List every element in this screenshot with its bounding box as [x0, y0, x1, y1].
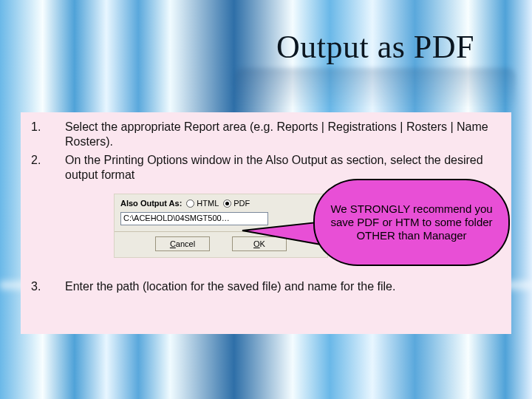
step-text: Enter the path (location for the saved f…	[65, 279, 501, 294]
title-shadow	[235, 68, 516, 109]
radio-icon	[223, 200, 231, 208]
callout-text: We STRONGLY recommend you save PDF or HT…	[328, 202, 495, 242]
list-item: 2. On the Printing Options window in the…	[31, 153, 501, 182]
step-text: On the Printing Options window in the Al…	[65, 153, 501, 182]
callout-bubble: We STRONGLY recommend you save PDF or HT…	[313, 179, 510, 266]
radio-icon	[186, 200, 194, 208]
step-text: Select the appropriate Report area (e.g.…	[65, 120, 501, 149]
step-number: 2.	[31, 153, 65, 182]
radio-label: PDF	[233, 199, 250, 208]
also-output-row: Also Output As: HTML PDF	[115, 194, 327, 211]
slide-title-wrap: Output as PDF	[235, 28, 516, 66]
page-title: Output as PDF	[235, 28, 516, 66]
step-number: 3.	[31, 279, 65, 294]
path-field[interactable]: C:\ACEHOLD\04SMGT500…	[120, 212, 268, 225]
also-output-label: Also Output As:	[120, 199, 182, 208]
radio-label: HTML	[197, 199, 219, 208]
cancel-button[interactable]: Cancel	[155, 236, 210, 251]
content-card: 1. Select the appropriate Report area (e…	[21, 112, 511, 334]
radio-option-html[interactable]: HTML	[186, 199, 219, 208]
radio-option-pdf[interactable]: PDF	[223, 199, 250, 208]
step-number: 1.	[31, 120, 65, 149]
list-item: 1. Select the appropriate Report area (e…	[31, 120, 501, 149]
cancel-label-rest: ancel	[176, 239, 195, 248]
list-item: 3. Enter the path (location for the save…	[31, 279, 501, 294]
